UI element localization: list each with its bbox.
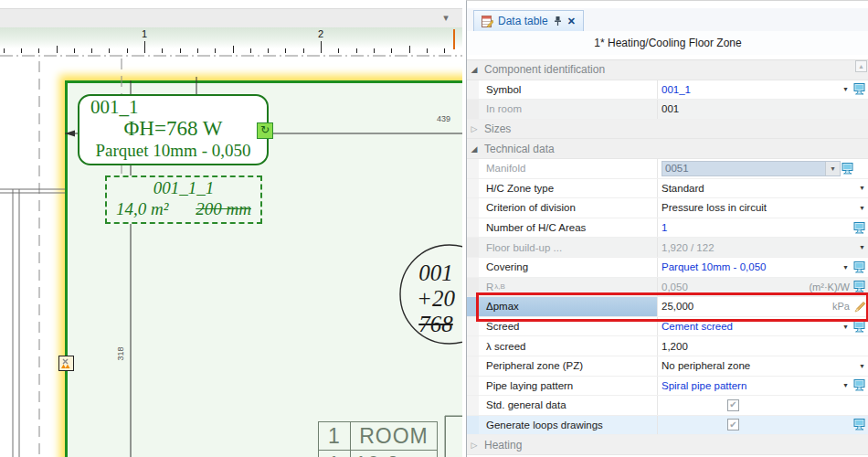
monitor-icon[interactable] bbox=[852, 281, 867, 293]
monitor-icon[interactable] bbox=[852, 260, 867, 273]
circle-load: 768 bbox=[409, 312, 462, 337]
frame-fragment bbox=[445, 416, 462, 457]
property-row-peripheral-zone-pz[interactable]: Peripheral zone (PZ)No peripheral zone▼ bbox=[467, 356, 868, 377]
pencil-icon[interactable] bbox=[852, 300, 867, 313]
chevron-down-icon[interactable]: ▼ bbox=[855, 244, 868, 250]
anchor-marker-icon[interactable] bbox=[58, 356, 74, 371]
manifold-symbol-label[interactable]: 001 +20 768 bbox=[409, 260, 462, 337]
zone-label-box[interactable]: 001_1 ΦH=768 W Parquet 10mm - 0,050 bbox=[78, 94, 269, 165]
data-table-icon bbox=[482, 16, 493, 27]
property-value[interactable]: 1,200 bbox=[662, 341, 868, 352]
tab-data-table[interactable]: Data table ✕ bbox=[473, 10, 584, 32]
property-label: Screed bbox=[479, 317, 658, 336]
monitor-icon[interactable] bbox=[852, 419, 867, 431]
section-sizes[interactable]: ▷Sizes bbox=[467, 120, 868, 140]
scroll-up-icon[interactable]: ▲ bbox=[855, 60, 867, 72]
area-label-box[interactable]: 001_1_1 14,0 m² 200 mm bbox=[105, 175, 262, 224]
property-value[interactable]: 25,000 bbox=[662, 301, 832, 312]
property-row-symbol[interactable]: Symbol001_1▼ bbox=[467, 80, 868, 101]
monitor-icon[interactable] bbox=[841, 162, 855, 175]
chevron-down-icon[interactable]: ▼ bbox=[839, 382, 852, 388]
zone-covering: Parquet 10mm - 0,050 bbox=[79, 140, 267, 161]
drawing-lines bbox=[0, 0, 462, 457]
unit-label: (m²·K)/W bbox=[809, 282, 850, 292]
property-label: Std. general data bbox=[479, 396, 658, 415]
expander-icon: ▷ bbox=[470, 124, 479, 133]
room-stamp-table[interactable]: 1 ROOM 1 10,2 m² bbox=[318, 421, 438, 457]
dimension-label-h: 439 bbox=[437, 114, 450, 123]
close-icon[interactable]: ✕ bbox=[567, 16, 576, 27]
area-size: 14,0 m² bbox=[116, 198, 168, 219]
property-value[interactable]: 1,920 / 122 bbox=[662, 242, 855, 253]
chevron-down-icon[interactable]: ▼ bbox=[839, 264, 852, 271]
checkbox[interactable]: ✔ bbox=[727, 399, 739, 411]
chevron-down-icon[interactable]: ▼ bbox=[855, 185, 868, 191]
property-row-generate-loops-drawings[interactable]: Generate loops drawings✔ bbox=[467, 416, 868, 436]
property-value[interactable]: No peripheral zone bbox=[662, 360, 855, 371]
property-row-covering[interactable]: CoveringParquet 10mm - 0,050▼ bbox=[467, 258, 868, 278]
property-label: H/C Zone type bbox=[479, 179, 658, 198]
area-id: 001_1_1 bbox=[107, 177, 260, 198]
pipe-spacing: 200 mm bbox=[196, 198, 251, 219]
unit-label: kPa bbox=[832, 301, 850, 312]
monitor-icon[interactable] bbox=[852, 379, 867, 392]
section-technical-data[interactable]: ◢Technical data bbox=[467, 139, 868, 159]
application-window: ▾ 12 001_1 ΦH=768 bbox=[0, 0, 868, 457]
chevron-down-icon[interactable]: ▼ bbox=[855, 205, 868, 211]
property-row-number-of-h-c-areas[interactable]: Number of H/C Areas1 bbox=[467, 218, 868, 239]
property-label: Number of H/C Areas bbox=[479, 218, 658, 238]
property-row-criterion-of-division[interactable]: Criterion of divisionPressure loss in ci… bbox=[467, 198, 868, 218]
room-number-cell: 1 bbox=[318, 421, 351, 451]
chevron-down-icon[interactable]: ▼ bbox=[855, 363, 868, 369]
section-label: Heating bbox=[484, 439, 522, 452]
property-value[interactable]: Standard bbox=[662, 183, 855, 194]
property-label: Pipe laying pattern bbox=[479, 377, 658, 396]
chevron-down-icon[interactable]: ▾ bbox=[825, 162, 840, 175]
drawing-canvas[interactable]: ▾ 12 001_1 ΦH=768 bbox=[0, 0, 462, 457]
dimension-label-v: 318 bbox=[116, 346, 125, 360]
property-row-std-general-data[interactable]: Std. general data✔ bbox=[467, 396, 868, 416]
property-value[interactable]: 0,050 bbox=[662, 282, 809, 292]
manifold-combo[interactable]: 0051▾ bbox=[662, 161, 841, 176]
property-row-screed[interactable]: ScreedCement screed▼ bbox=[467, 317, 868, 337]
property-row-screed[interactable]: λ screed1,200 bbox=[467, 336, 868, 356]
property-row-h-c-zone-type[interactable]: H/C Zone typeStandard▼ bbox=[467, 179, 868, 199]
property-value[interactable]: Parquet 10mm - 0,050 bbox=[662, 261, 839, 272]
property-value[interactable]: 001_1 bbox=[662, 84, 839, 95]
property-row-r[interactable]: Rλ,B0,050(m²·K)/W bbox=[467, 278, 868, 298]
checkbox[interactable]: ✔ bbox=[727, 419, 739, 430]
property-row-in-room[interactable]: In room001 bbox=[467, 100, 868, 120]
panel-tab-bar: Data table ✕ bbox=[467, 8, 868, 31]
chevron-down-icon[interactable]: ▼ bbox=[839, 86, 852, 92]
property-label: Generate loops drawings bbox=[479, 416, 658, 435]
property-row-pmax[interactable]: Δpmax25,000kPa bbox=[467, 297, 868, 317]
monitor-icon[interactable] bbox=[852, 83, 867, 96]
property-label: λ screed bbox=[479, 336, 658, 356]
property-label: Rλ,B bbox=[479, 278, 658, 297]
section-label: Technical data bbox=[484, 143, 555, 155]
property-value[interactable]: 1 bbox=[662, 222, 852, 233]
monitor-icon[interactable] bbox=[852, 221, 867, 234]
pin-icon[interactable] bbox=[553, 16, 563, 27]
expander-icon: ◢ bbox=[470, 65, 479, 74]
section-label: Sizes bbox=[484, 122, 511, 135]
property-label: Criterion of division bbox=[479, 198, 658, 218]
expander-icon: ▷ bbox=[470, 441, 479, 450]
property-row-manifold[interactable]: Manifold0051▾ bbox=[467, 159, 868, 179]
section-component-identification[interactable]: ◢Component identification bbox=[467, 60, 868, 80]
property-row-floor-build-up[interactable]: Floor build-up ...1,920 / 122▼ bbox=[467, 238, 868, 258]
monitor-icon[interactable] bbox=[852, 320, 867, 333]
property-value[interactable]: 001 bbox=[662, 103, 868, 114]
property-value[interactable]: Spiral pipe pattern bbox=[662, 380, 839, 391]
panel-title: 1* Heating/Cooling Floor Zone bbox=[467, 31, 868, 55]
property-value[interactable]: Cement screed bbox=[662, 321, 839, 332]
section-label: Component identification bbox=[484, 63, 605, 76]
property-row-pipe-laying-pattern[interactable]: Pipe laying patternSpiral pipe pattern▼ bbox=[467, 377, 868, 397]
chevron-down-icon[interactable]: ▼ bbox=[839, 324, 852, 330]
property-value[interactable]: Pressure loss in circuit bbox=[662, 202, 855, 213]
section-heating[interactable]: ▷Heating bbox=[467, 435, 868, 455]
property-label: Manifold bbox=[479, 159, 658, 178]
rotate-icon[interactable]: ↻ bbox=[257, 122, 273, 139]
circle-room-id: 001 bbox=[409, 260, 462, 286]
room-area-cell: 10,2 m² bbox=[350, 450, 438, 457]
